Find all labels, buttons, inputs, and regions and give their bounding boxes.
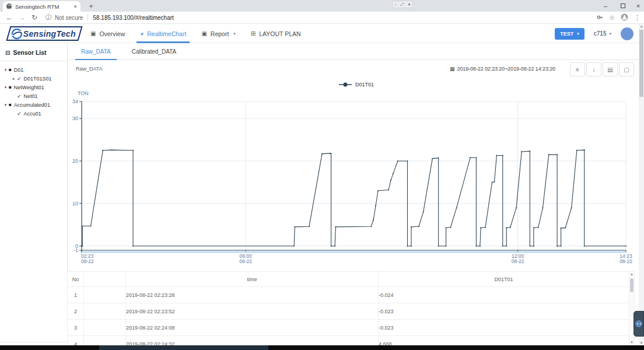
scroll-up-icon[interactable]: ▲ <box>629 272 634 276</box>
page-scrollbar-thumb[interactable] <box>639 30 643 97</box>
tree-item-label: NetWeight01 <box>14 85 44 90</box>
tab-close-icon[interactable]: × <box>74 4 77 10</box>
series-point <box>561 228 562 229</box>
series-point <box>331 246 332 247</box>
screen-share-widget[interactable]: ▫⤢▾ <box>392 1 413 8</box>
series-point <box>393 173 394 174</box>
series-point <box>456 207 457 208</box>
cell-no: 3 <box>68 320 84 336</box>
node-square-icon: ■ <box>9 67 12 72</box>
page-scrollbar[interactable]: ▲ ▼ <box>639 24 644 345</box>
table-row[interactable]: 32019-08-22 02:24:08-0.023 <box>68 320 629 336</box>
cell-spacer <box>84 320 126 336</box>
series-point <box>529 246 530 247</box>
user-avatar[interactable] <box>621 27 634 40</box>
node-square-icon: ■ <box>9 85 12 90</box>
remote-control-badge[interactable] <box>634 311 644 337</box>
browser-menu-icon[interactable]: ⋮ <box>634 14 640 22</box>
caret-down-icon: ▾ <box>609 32 611 36</box>
nav-item-report[interactable]: ▣Report▾ <box>201 24 235 43</box>
x-tick-date-label: 08-22 <box>239 258 252 264</box>
window-maximize-button[interactable] <box>616 0 630 12</box>
toolbox-snapshot-button[interactable]: ▤ <box>603 62 618 76</box>
series-point <box>538 227 539 228</box>
series-point <box>584 246 585 247</box>
series-line-d01t01 <box>82 150 626 246</box>
date-range-text: 2019-08-22 02:23:20~2019-08-22 14:23:20 <box>457 66 556 72</box>
series-point <box>309 226 310 227</box>
tree-item-accu01[interactable]: ✓Accu01 <box>0 109 67 118</box>
y-axis-unit-label: TON <box>78 90 89 96</box>
tab-raw-data[interactable]: Raw_DATA <box>75 43 117 60</box>
back-icon[interactable]: ← <box>6 13 13 22</box>
caret-down-icon[interactable]: ▾ <box>3 68 8 72</box>
list-icon: ⊟ <box>5 50 10 56</box>
series-point <box>480 246 481 247</box>
tree-item-net01[interactable]: ✓Net01 <box>0 92 67 100</box>
nav-item-layout-plan[interactable]: ⊞LAYOUT PLAN <box>251 24 301 43</box>
cell-time: 2019-08-22 02:24:08 <box>126 320 379 336</box>
window-minimize-button[interactable]: – <box>598 0 612 12</box>
series-point <box>506 246 507 247</box>
taskbar-item[interactable] <box>99 345 268 350</box>
url-text[interactable]: 58.185.193.100/#/realtimechart <box>93 15 173 21</box>
brand-logo[interactable]: SensingTech <box>6 26 82 41</box>
date-range-picker[interactable]: ▦ 2019-08-22 02:23:20~2019-08-22 14:23:2… <box>450 66 555 72</box>
cell-no: 2 <box>68 303 84 320</box>
scroll-up-icon[interactable]: ▲ <box>639 24 644 28</box>
caret-down-icon[interactable]: ▾ <box>3 103 8 107</box>
series-point <box>542 207 543 208</box>
address-bar[interactable]: ⓘ Not secure 58.185.193.100/#/realtimech… <box>46 13 174 22</box>
browser-tabstrip: Sensingtech RTM × + ▫⤢▾ – × <box>0 0 644 12</box>
series-point <box>494 181 495 183</box>
table-row[interactable]: 42019-08-22 02:24:324.668 <box>68 336 629 346</box>
refresh-icon[interactable]: ↻ <box>32 13 37 22</box>
table-row[interactable]: 22019-08-22 02:23:52-0.023 <box>68 303 629 320</box>
test-dropdown-button[interactable]: TEST ▾ <box>555 28 584 40</box>
data-table-wrap: NotimeD01T01 12019-08-22 02:23:28-0.0242… <box>67 271 630 345</box>
cell-spacer <box>84 336 126 346</box>
toolbox-restore-button[interactable]: ▢ <box>619 62 634 76</box>
info-icon[interactable]: ⓘ <box>46 13 51 22</box>
series-point <box>556 246 558 247</box>
caret-right-icon[interactable]: ▸ <box>11 76 16 81</box>
series-point <box>375 205 376 206</box>
new-tab-button[interactable]: + <box>86 2 96 11</box>
tree-item-d01t01s01[interactable]: ▸✓D01T01S01 <box>0 74 67 83</box>
series-point <box>480 227 481 228</box>
cell-value: 4.668 <box>379 336 629 346</box>
table-scrollbar-thumb[interactable] <box>630 278 634 292</box>
browser-tab[interactable]: Sensingtech RTM × <box>3 1 80 12</box>
window-close-button[interactable]: × <box>632 0 644 12</box>
table-row[interactable]: 12019-08-22 02:23:28-0.024 <box>68 287 629 303</box>
key-icon[interactable] <box>597 14 603 22</box>
favicon-icon <box>6 4 12 9</box>
bookmark-star-icon[interactable]: ☆ <box>609 14 615 22</box>
scroll-down-icon[interactable]: ▼ <box>639 341 644 345</box>
profile-avatar-icon[interactable] <box>621 13 628 22</box>
user-dropdown[interactable]: c715 ▾ <box>594 30 611 37</box>
legend-label[interactable]: D01T01 <box>355 82 374 88</box>
cell-spacer <box>84 303 126 320</box>
toolbox-data-view-button[interactable]: ≡ <box>570 62 585 76</box>
tab-calibrated-data[interactable]: Calibrated_DATA <box>126 43 182 60</box>
data-table: NotimeD01T01 12019-08-22 02:23:28-0.0242… <box>67 271 629 345</box>
series-point <box>516 207 517 208</box>
y-tick-label: 10 <box>72 201 78 206</box>
caret-down-icon[interactable]: ▾ <box>3 85 8 90</box>
nav-item-realtimechart[interactable]: ◕RealtimeChart <box>140 24 186 43</box>
tree-item-netweight01[interactable]: ▾■NetWeight01 <box>0 83 67 92</box>
series-point <box>548 154 550 155</box>
tree-item-d01[interactable]: ▾■D01 <box>0 65 67 74</box>
forward-icon[interactable]: → <box>19 13 26 22</box>
nav-item-overview[interactable]: ▣Overview <box>90 24 125 43</box>
scroll-down-icon[interactable]: ▼ <box>629 341 634 344</box>
main-nav: ▣Overview◕RealtimeChart▣Report▾⊞LAYOUT P… <box>90 24 301 43</box>
series-point <box>390 180 391 181</box>
grid-icon: ▫ <box>395 2 396 6</box>
series-point <box>576 150 578 151</box>
tree-item-accumulated01[interactable]: ▾■Accumulated01 <box>0 100 67 109</box>
cell-no: 4 <box>68 336 84 346</box>
realtime-chart[interactable]: 343020100-1TON02:2308-2206:0008-2212:000… <box>67 79 639 271</box>
toolbox-download-button[interactable]: ↓ <box>586 62 601 76</box>
